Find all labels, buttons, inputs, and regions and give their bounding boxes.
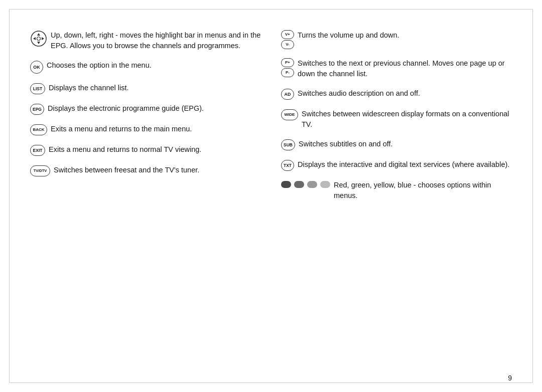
svg-marker-2 [37,42,40,44]
svg-marker-1 [37,33,40,36]
tvdtv-text: Switches between freesat and the TV's tu… [54,165,199,175]
ok-item: OK Chooses the option in the menu. [30,60,261,74]
color-buttons-text: Red, green, yellow, blue - chooses optio… [334,180,512,201]
channel-text: Switches to the next or previous channel… [298,58,512,79]
list-text: Displays the channel list. [49,83,129,93]
volume-badge-pair: V+ V- [281,30,294,49]
txt-badge: TXT [281,160,294,171]
svg-marker-3 [33,37,36,40]
color-dot-1 [281,181,291,188]
volume-text: Turns the volume up and down. [298,30,399,41]
color-dots [281,181,330,188]
ok-badge: OK [30,61,43,74]
volume-item: V+ V- Turns the volume up and down. [281,30,512,49]
nav-arrows-item: Up, down, left, right - moves the highli… [30,30,261,51]
back-item: BACK Exits a menu and returns to the mai… [30,124,261,135]
page-number: 9 [508,374,512,382]
nav-arrows-icon [30,30,47,50]
back-badge: BACK [30,124,47,135]
color-dot-2 [294,181,304,188]
color-buttons-item: Red, green, yellow, blue - chooses optio… [281,180,512,201]
svg-marker-4 [42,37,44,40]
svg-point-5 [37,37,41,41]
exit-text: Exits a menu and returns to normal TV vi… [49,144,201,155]
exit-badge: EXIT [30,145,45,156]
volume-down-badge: V- [281,40,294,49]
sub-text: Switches subtitles on and off. [299,139,393,149]
back-text: Exits a menu and returns to the main men… [51,124,192,134]
tvdtv-badge: TV/DTV [30,165,50,176]
channel-down-badge: P- [281,68,294,77]
wide-item: WIDE Switches between widescreen display… [281,109,512,130]
wide-text: Switches between widescreen display form… [302,109,512,130]
ad-text: Switches audio description on and off. [298,88,420,99]
wide-badge: WIDE [281,109,298,120]
epg-item: EPG Displays the electronic programme gu… [30,103,261,115]
ok-text: Chooses the option in the menu. [47,60,152,71]
content-area: Up, down, left, right - moves the highli… [30,30,512,372]
sub-item: SUB Switches subtitles on and off. [281,139,512,150]
left-column: Up, down, left, right - moves the highli… [30,30,261,372]
exit-item: EXIT Exits a menu and returns to normal … [30,144,261,156]
channel-item: P+ P- Switches to the next or previous c… [281,58,512,79]
epg-text: Displays the electronic programme guide … [48,103,204,114]
list-item: LIST Displays the channel list. [30,83,261,94]
color-dot-4 [320,181,330,188]
channel-up-badge: P+ [281,58,294,67]
volume-up-badge: V+ [281,30,294,39]
ad-item: AD Switches audio description on and off… [281,88,512,100]
ad-badge: AD [281,89,294,100]
tvdtv-item: TV/DTV Switches between freesat and the … [30,165,261,176]
txt-text: Displays the interactive and digital tex… [298,159,509,170]
color-dot-3 [307,181,317,188]
nav-arrows-text: Up, down, left, right - moves the highli… [51,30,261,51]
right-column: V+ V- Turns the volume up and down. P+ P… [281,30,512,372]
sub-badge: SUB [281,139,295,150]
txt-item: TXT Displays the interactive and digital… [281,159,512,171]
epg-badge: EPG [30,104,44,115]
list-badge: LIST [30,83,45,94]
channel-badge-pair: P+ P- [281,58,294,77]
